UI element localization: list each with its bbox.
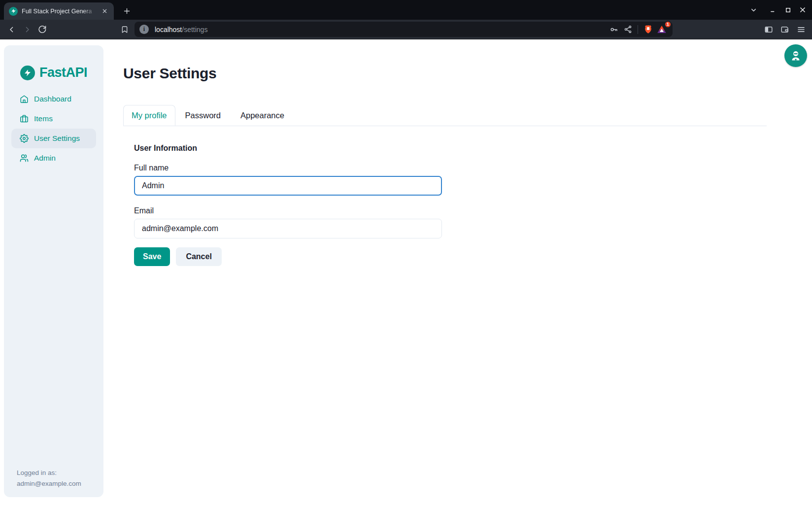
briefcase-icon: [20, 114, 29, 123]
settings-content: User Settings My profile Password Appear…: [123, 39, 767, 266]
sidebar-item-admin[interactable]: Admin: [11, 148, 96, 168]
wallet-icon: [780, 25, 789, 34]
tab-close-icon[interactable]: [100, 7, 109, 16]
tab-search-button[interactable]: [746, 2, 761, 17]
maximize-button[interactable]: [780, 2, 795, 17]
section-title: User Information: [134, 144, 767, 153]
share-button[interactable]: [621, 23, 635, 36]
logged-in-label: Logged in as:: [17, 468, 91, 478]
full-name-label: Full name: [134, 164, 767, 172]
site-info-icon[interactable]: i: [139, 25, 149, 34]
minimize-icon: [770, 6, 777, 13]
sidebar: FastAPI Dashboard Items User Settings: [4, 45, 103, 497]
key-icon: [609, 25, 618, 34]
tab-appearance[interactable]: Appearance: [231, 105, 294, 126]
save-button[interactable]: Save: [134, 247, 170, 266]
rewards-notification-badge: 1: [664, 21, 672, 28]
app-page: FastAPI Dashboard Items User Settings: [0, 39, 812, 505]
home-icon: [20, 95, 29, 103]
minimize-button[interactable]: [766, 2, 780, 17]
browser-tab-bar: Full Stack Project Genera: [0, 0, 812, 20]
brave-shields-button[interactable]: [641, 23, 655, 36]
reload-icon: [38, 25, 46, 34]
reload-button[interactable]: [34, 22, 50, 37]
url-host: localhost: [155, 26, 182, 34]
tab-password[interactable]: Password: [175, 105, 231, 126]
main-area: User Settings My profile Password Appear…: [103, 39, 812, 505]
back-button[interactable]: [4, 22, 19, 37]
close-window-button[interactable]: [795, 2, 810, 17]
plus-icon: [123, 7, 131, 15]
url-path: /settings: [182, 26, 207, 34]
new-tab-button[interactable]: [120, 4, 134, 18]
sidebar-item-label: Admin: [34, 154, 56, 163]
settings-tabs: My profile Password Appearance: [123, 105, 767, 126]
sidebar-item-label: Dashboard: [34, 95, 71, 103]
brave-shield-icon: [643, 25, 653, 34]
menu-button[interactable]: [793, 22, 809, 37]
browser-toolbar: i localhost/settings 1: [0, 20, 812, 39]
profile-form: User Information Full name Email Save Ca…: [123, 144, 767, 266]
bookmark-button[interactable]: [117, 22, 132, 37]
hamburger-menu-icon: [797, 25, 806, 34]
bookmark-icon: [121, 26, 129, 34]
sidebar-item-user-settings[interactable]: User Settings: [11, 129, 96, 148]
sidebar-nav: Dashboard Items User Settings Admin: [4, 89, 103, 168]
toolbar-divider: [638, 25, 638, 34]
fastapi-logo: FastAPI: [20, 65, 87, 80]
forward-button: [19, 22, 34, 37]
cancel-button[interactable]: Cancel: [176, 247, 221, 266]
page-title: User Settings: [123, 39, 767, 82]
sidebar-toggle-icon: [764, 25, 773, 34]
back-icon: [7, 25, 16, 34]
forward-icon: [23, 25, 32, 34]
password-key-button[interactable]: [607, 23, 621, 36]
tab-my-profile[interactable]: My profile: [123, 105, 175, 126]
wallet-button[interactable]: [777, 22, 793, 37]
logo-text: FastAPI: [39, 65, 87, 80]
toolbar-right-group: [760, 22, 812, 37]
email-input[interactable]: [134, 219, 442, 238]
address-bar[interactable]: i localhost/settings 1: [135, 22, 673, 37]
email-label: Email: [134, 206, 767, 215]
window-controls: [746, 0, 810, 20]
url-text[interactable]: localhost/settings: [155, 26, 607, 34]
share-icon: [624, 25, 632, 34]
users-icon: [20, 154, 29, 163]
logged-in-email: admin@example.com: [17, 478, 91, 489]
gear-icon: [20, 134, 29, 143]
sidebar-item-items[interactable]: Items: [11, 109, 96, 129]
fastapi-bolt-icon: [20, 66, 35, 80]
logged-in-info: Logged in as: admin@example.com: [4, 468, 103, 497]
sidebar-item-label: User Settings: [34, 134, 80, 143]
sidebar-item-dashboard[interactable]: Dashboard: [11, 89, 96, 109]
browser-tab[interactable]: Full Stack Project Genera: [4, 2, 114, 20]
user-astronaut-icon: [790, 50, 802, 62]
user-menu-button[interactable]: [784, 44, 807, 67]
fastapi-favicon-icon: [9, 7, 18, 16]
maximize-icon: [785, 7, 791, 13]
full-name-input[interactable]: [134, 176, 442, 196]
sidebar-item-label: Items: [34, 114, 53, 123]
form-actions: Save Cancel: [134, 247, 767, 266]
tab-title: Full Stack Project Genera: [22, 8, 96, 15]
close-icon: [799, 6, 806, 13]
chevron-down-icon: [750, 6, 757, 14]
sidebar-toggle-button[interactable]: [760, 22, 777, 37]
